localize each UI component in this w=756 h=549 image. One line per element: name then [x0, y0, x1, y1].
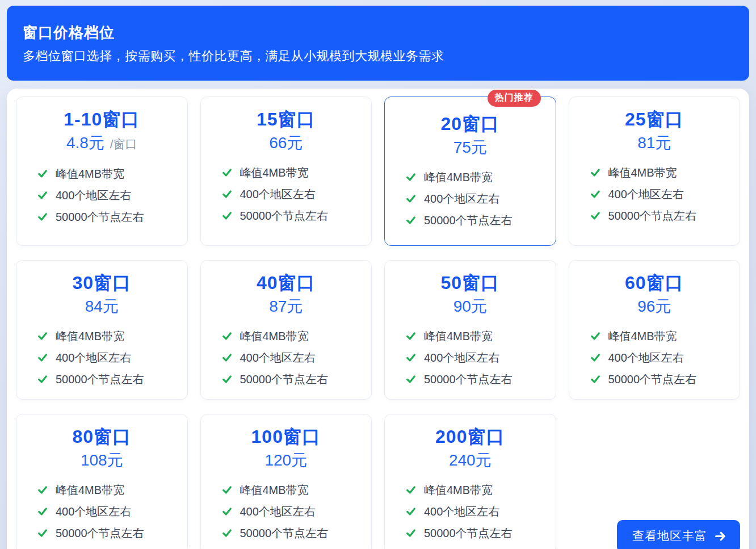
check-icon [37, 190, 48, 200]
plan-feature: 50000个节点左右 [406, 373, 544, 385]
arrow-right-icon [715, 530, 726, 542]
feature-text: 400个地区左右 [240, 188, 316, 200]
plan-feature: 50000个节点左右 [590, 373, 729, 385]
plan-feature: 400个地区左右 [406, 351, 544, 364]
plan-card[interactable]: 30窗口 84元 峰值4MB带宽 400个地区左右 50000个节点左右 [16, 260, 188, 400]
plan-price-value: 75元 [453, 139, 487, 156]
check-icon [37, 331, 48, 341]
check-icon [406, 528, 416, 538]
feature-text: 50000个节点左右 [56, 373, 144, 385]
plan-feature: 峰值4MB带宽 [37, 167, 176, 180]
plan-price: 87元 [212, 297, 360, 316]
plan-feature: 400个地区左右 [222, 188, 360, 200]
feature-text: 50000个节点左右 [424, 214, 513, 227]
plan-price-value: 240元 [449, 451, 492, 469]
plan-price-value: 66元 [269, 134, 303, 152]
plan-name: 100窗口 [212, 426, 360, 447]
feature-text: 400个地区左右 [240, 351, 316, 364]
plan-price-value: 87元 [269, 297, 303, 315]
plan-card[interactable]: 100窗口 120元 峰值4MB带宽 400个地区左右 50000个节点左右 [200, 414, 372, 549]
plan-price: 108元 [28, 451, 176, 470]
pricing-panel: 1-10窗口 4.8元 /窗口 峰值4MB带宽 400个地区左右 50000个节… [7, 89, 749, 549]
check-icon [222, 167, 232, 178]
plan-features: 峰值4MB带宽 400个地区左右 50000个节点左右 [581, 166, 729, 222]
check-icon [406, 353, 416, 363]
plan-feature: 峰值4MB带宽 [222, 330, 360, 342]
check-icon [37, 374, 48, 384]
check-icon [406, 215, 416, 225]
plan-feature: 50000个节点左右 [222, 373, 360, 385]
check-icon [37, 485, 48, 495]
plan-name: 60窗口 [581, 273, 729, 293]
plan-card[interactable]: 200窗口 240元 峰值4MB带宽 400个地区左右 50000个节点左右 [384, 414, 556, 549]
check-icon [406, 485, 416, 495]
plan-card[interactable]: 40窗口 87元 峰值4MB带宽 400个地区左右 50000个节点左右 [200, 260, 372, 400]
plan-card[interactable]: 热门推荐 20窗口 75元 峰值4MB带宽 400个地区左右 50000个节 [384, 97, 556, 246]
feature-text: 50000个节点左右 [608, 209, 697, 222]
plan-feature: 峰值4MB带宽 [590, 330, 729, 342]
plan-price: 240元 [396, 451, 544, 470]
plan-features: 峰值4MB带宽 400个地区左右 50000个节点左右 [212, 166, 360, 222]
plan-feature: 400个地区左右 [37, 189, 176, 202]
plan-feature: 峰值4MB带宽 [590, 166, 729, 179]
plan-card[interactable]: 15窗口 66元 峰值4MB带宽 400个地区左右 50000个节点左右 [200, 97, 372, 246]
feature-text: 峰值4MB带宽 [56, 330, 124, 342]
plan-feature: 峰值4MB带宽 [222, 484, 360, 496]
cta-label: 查看地区丰富 [632, 528, 707, 544]
check-icon [37, 353, 48, 363]
feature-text: 峰值4MB带宽 [424, 171, 493, 183]
check-icon [590, 211, 600, 221]
plan-features: 峰值4MB带宽 400个地区左右 50000个节点左右 [396, 330, 544, 385]
check-icon [37, 528, 48, 538]
check-icon [222, 211, 232, 221]
check-icon [590, 331, 600, 341]
plan-feature: 50000个节点左右 [222, 209, 360, 222]
plan-feature: 50000个节点左右 [37, 211, 176, 223]
plan-feature: 400个地区左右 [37, 351, 176, 364]
feature-text: 50000个节点左右 [424, 527, 513, 539]
plan-card[interactable]: 50窗口 90元 峰值4MB带宽 400个地区左右 50000个节点左右 [384, 260, 556, 400]
plan-price: 84元 [28, 297, 176, 316]
plan-feature: 400个地区左右 [37, 505, 176, 518]
check-icon [590, 189, 600, 199]
plan-price-value: 120元 [264, 451, 307, 469]
plan-price: 66元 [212, 134, 360, 152]
feature-text: 峰值4MB带宽 [56, 484, 124, 496]
feature-text: 400个地区左右 [424, 192, 499, 205]
feature-text: 400个地区左右 [56, 189, 131, 202]
plan-card[interactable]: 80窗口 108元 峰值4MB带宽 400个地区左右 50000个节点左右 [16, 414, 188, 549]
check-icon [406, 374, 416, 384]
cta-cell: 查看地区丰富 [569, 414, 741, 549]
plan-price-value: 108元 [81, 451, 123, 469]
check-icon [222, 506, 232, 517]
check-icon [37, 169, 48, 179]
banner-title: 窗口价格档位 [23, 24, 732, 41]
feature-text: 50000个节点左右 [56, 527, 144, 539]
plan-card[interactable]: 1-10窗口 4.8元 /窗口 峰值4MB带宽 400个地区左右 50000个节… [16, 97, 188, 246]
banner-subtitle: 多档位窗口选择，按需购买，性价比更高，满足从小规模到大规模业务需求 [23, 49, 732, 64]
check-icon [406, 506, 416, 517]
plan-price-value: 81元 [637, 134, 671, 152]
view-regions-button[interactable]: 查看地区丰富 [617, 520, 740, 549]
check-icon [590, 167, 600, 178]
plan-name: 15窗口 [212, 109, 360, 129]
plan-feature: 50000个节点左右 [590, 209, 729, 222]
check-icon [406, 172, 416, 182]
check-icon [406, 194, 416, 204]
plan-feature: 400个地区左右 [406, 192, 544, 205]
feature-text: 50000个节点左右 [240, 527, 329, 539]
pricing-banner: 窗口价格档位 多档位窗口选择，按需购买，性价比更高，满足从小规模到大规模业务需求 [7, 6, 749, 81]
plan-feature: 峰值4MB带宽 [406, 171, 544, 183]
plan-feature: 50000个节点左右 [37, 373, 176, 385]
plan-feature: 400个地区左右 [590, 351, 729, 364]
plan-feature: 50000个节点左右 [222, 527, 360, 539]
plans-grid: 1-10窗口 4.8元 /窗口 峰值4MB带宽 400个地区左右 50000个节… [16, 97, 740, 549]
check-icon [222, 353, 232, 363]
plan-card[interactable]: 25窗口 81元 峰值4MB带宽 400个地区左右 50000个节点左右 [569, 97, 741, 246]
plan-name: 200窗口 [396, 426, 544, 447]
plan-card[interactable]: 60窗口 96元 峰值4MB带宽 400个地区左右 50000个节点左右 [569, 260, 741, 400]
feature-text: 400个地区左右 [608, 351, 684, 364]
feature-text: 峰值4MB带宽 [240, 166, 309, 179]
feature-text: 50000个节点左右 [240, 373, 329, 385]
plan-features: 峰值4MB带宽 400个地区左右 50000个节点左右 [28, 167, 176, 223]
